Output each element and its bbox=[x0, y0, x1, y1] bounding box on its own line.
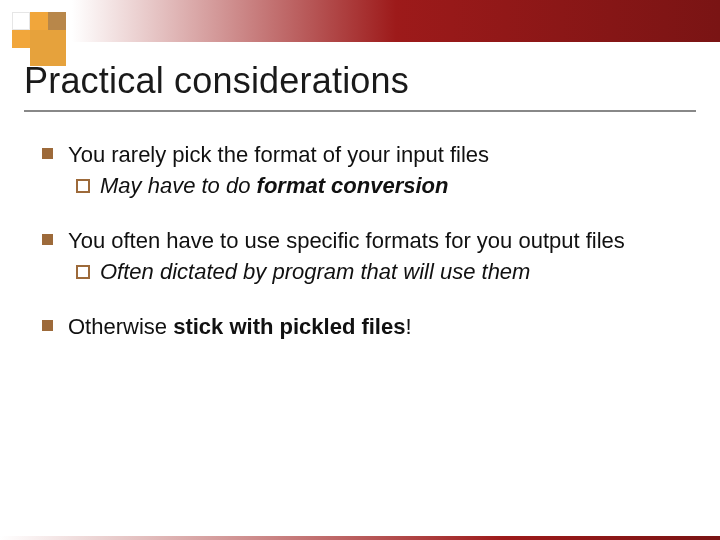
sub-item: May have to do format conversion bbox=[76, 171, 696, 200]
sub-text-rest: dictated by program that will use them bbox=[160, 259, 531, 284]
sub-list: Often dictated by program that will use … bbox=[68, 257, 696, 286]
bullet-text-lead: Otherwise bbox=[68, 314, 173, 339]
bullet-list: You rarely pick the format of your input… bbox=[24, 140, 696, 341]
bullet-item: You often have to use specific formats f… bbox=[42, 226, 696, 286]
bullet-text-bold: stick with pickled files bbox=[173, 314, 405, 339]
sub-item: Often dictated by program that will use … bbox=[76, 257, 696, 286]
sub-text-lead: May bbox=[100, 173, 148, 198]
sub-list: May have to do format conversion bbox=[68, 171, 696, 200]
header-accent bbox=[0, 0, 720, 42]
bullet-item: You rarely pick the format of your input… bbox=[42, 140, 696, 200]
bullet-text: You rarely pick the format of your input… bbox=[68, 142, 489, 167]
footer-accent bbox=[0, 536, 720, 540]
bullet-text-tail: ! bbox=[405, 314, 411, 339]
bullet-item: Otherwise stick with pickled files! bbox=[42, 312, 696, 341]
sub-text-mid: have to do bbox=[148, 173, 257, 198]
slide-title: Practical considerations bbox=[24, 60, 696, 112]
sub-text-lead: Often bbox=[100, 259, 160, 284]
sub-text-bold: format conversion bbox=[257, 173, 449, 198]
logo-icon bbox=[12, 12, 66, 66]
bullet-text: You often have to use specific formats f… bbox=[68, 228, 625, 253]
slide-body: Practical considerations You rarely pick… bbox=[24, 60, 696, 520]
